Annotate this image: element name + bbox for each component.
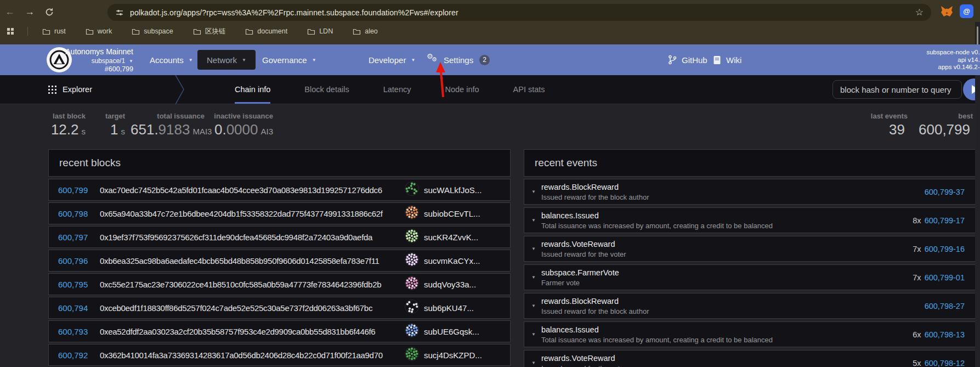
author-name-link[interactable]: subUE6Gqsk... (424, 327, 479, 336)
event-block-link[interactable]: 600,798-12 (925, 359, 965, 367)
event-block-link[interactable]: 600,799-16 (925, 245, 965, 253)
bookmark-item[interactable]: 区块链 (193, 27, 226, 36)
bookmark-item[interactable]: document (245, 27, 287, 36)
event-text: rewards.BlockRewardIssued reward for the… (541, 182, 649, 202)
browser-reload-icon[interactable] (39, 0, 59, 23)
tab-block-details[interactable]: Block details (304, 75, 349, 104)
bookmark-label: subspace (144, 27, 173, 35)
site-info-icon[interactable] (115, 8, 124, 17)
block-author: sub6pKU47... (405, 300, 474, 316)
address-bar[interactable]: polkadot.js.org/apps/?rpc=wss%3A%2F%2Frp… (107, 4, 931, 21)
tab-node-info[interactable]: Node info (445, 75, 479, 104)
bookmark-item[interactable]: aleo (353, 27, 378, 36)
browser-chrome: ← → polkadot.js.org/apps/?rpc=wss%3A%2F%… (0, 0, 980, 44)
menu-label: Network (207, 55, 237, 65)
author-name-link[interactable]: sucvmKaCYx... (424, 256, 480, 266)
block-number-link[interactable]: 600,797 (58, 233, 100, 242)
wiki-link[interactable]: Wiki (713, 44, 741, 75)
author-identicon (405, 347, 419, 363)
block-row: 600,7940xceb0edf1f18830ff86d5257f024c7ad… (48, 297, 511, 319)
sidebar-item-explorer[interactable]: Explorer (48, 85, 92, 94)
block-number-link[interactable]: 600,799 (58, 185, 100, 195)
author-name-link[interactable]: sucj4DsKZPD... (424, 351, 482, 360)
tab-list: Chain infoBlock detailsLatencyNode infoA… (235, 75, 545, 104)
block-author: sucWALkfJoS... (405, 182, 481, 198)
event-name: rewards.BlockReward (541, 296, 649, 306)
tab-api-stats[interactable]: API stats (513, 75, 545, 104)
tab-chain-info[interactable]: Chain info (235, 75, 270, 104)
event-expand-toggle-icon[interactable]: ▼ (531, 218, 536, 223)
block-author: sucj4DsKZPD... (405, 347, 482, 363)
event-block-link[interactable]: 600,798-27 (925, 302, 965, 310)
tab-latency[interactable]: Latency (383, 75, 411, 104)
event-block-link[interactable]: 600,799-37 (925, 188, 965, 196)
block-row: 600,7920x362b410014fa3a73369314283617a0d… (48, 344, 511, 366)
block-number-link[interactable]: 600,795 (58, 280, 100, 289)
browser-toolbar: ← → polkadot.js.org/apps/?rpc=wss%3A%2F%… (0, 0, 980, 23)
bookmark-item[interactable]: rust (42, 27, 66, 36)
event-block-link[interactable]: 600,799-17 (925, 216, 965, 225)
menu-item-network[interactable]: Network▼ (197, 44, 256, 75)
event-count: 5x (913, 359, 921, 367)
bookmark-label: 区块链 (205, 27, 226, 36)
event-expand-toggle-icon[interactable]: ▼ (531, 275, 536, 280)
event-expand-toggle-icon[interactable]: ▼ (531, 360, 536, 365)
block-row: 600,7950xc55e2175ac23e7306022ce41b8510c0… (48, 273, 511, 295)
block-number-link[interactable]: 600,796 (58, 256, 100, 266)
event-name: rewards.VoteReward (541, 239, 626, 249)
event-block-link[interactable]: 600,798-13 (925, 330, 965, 339)
event-expand-toggle-icon[interactable]: ▼ (531, 332, 536, 337)
block-number-link[interactable]: 600,792 (58, 351, 100, 360)
menu-item-accounts[interactable]: Accounts▼ (150, 44, 193, 75)
menu-item-governance[interactable]: Governance▼ (262, 44, 316, 75)
block-row: 600,7980x65a940a33b47c72e1b6dbee4204db1f… (48, 202, 511, 224)
event-count: 6x (913, 330, 921, 339)
author-name-link[interactable]: sucWALkfJoS... (424, 185, 481, 195)
event-name: balances.Issued (541, 211, 773, 221)
bookmark-star-icon[interactable]: ☆ (915, 7, 924, 18)
event-expand-toggle-icon[interactable]: ▼ (531, 246, 536, 251)
chain-spec[interactable]: subspace/1▼ (49, 58, 133, 64)
bookmark-item[interactable]: subspace (132, 27, 173, 36)
browser-extension-icon[interactable]: @ (960, 4, 973, 18)
menu-highlight[interactable]: Network▼ (197, 50, 256, 70)
event-description: Issued reward for the block author (541, 307, 649, 316)
block-query-input[interactable] (832, 80, 962, 99)
url-text: polkadot.js.org/apps/?rpc=wss%3A%2F%2Frp… (130, 8, 458, 17)
event-row: ▼balances.IssuedTotal issuance was incre… (524, 207, 976, 233)
event-count: 7x (913, 273, 921, 282)
event-block-link[interactable]: 600,799-01 (925, 273, 965, 282)
bookmark-item[interactable]: LDN (307, 27, 333, 36)
block-number-link[interactable]: 600,793 (58, 327, 100, 336)
browser-back-icon[interactable]: ← (0, 0, 20, 23)
menu-item-settings[interactable]: ⚙⚙Settings2 (427, 44, 490, 75)
author-name-link[interactable]: sucKR4ZvvK... (424, 233, 478, 242)
block-hash: 0x362b410014fa3a73369314283617a0d56db240… (100, 351, 383, 360)
block-row: 600,7970x19ef37f753f95692375626cf311de90… (48, 226, 511, 248)
version-line: apps v0.146.2-1 (926, 64, 980, 71)
block-hash: 0xea52dfdf2aa03023a2cf20b35b58757f953c4e… (100, 327, 375, 336)
block-hash: 0x19ef37f753f95692375626cf311de90dcfea45… (100, 233, 372, 242)
metamask-extension-icon[interactable] (940, 4, 953, 18)
browser-forward-icon[interactable]: → (20, 0, 39, 23)
author-name-link[interactable]: sub6pKU47... (424, 303, 474, 313)
menu-item-developer[interactable]: Developer▼ (369, 44, 415, 75)
event-link-group: 8x600,799-17 (913, 216, 965, 225)
bookmark-item[interactable]: work (86, 27, 112, 36)
event-text: rewards.VoteRewardIssued reward for the … (541, 353, 626, 367)
recent-blocks-panel: recent blocks 600,7990xac70edc7452b5c42a… (48, 149, 511, 367)
github-link[interactable]: GitHub (668, 44, 707, 75)
stat-label: target (72, 112, 125, 120)
author-name-link[interactable]: subiobCEvTL... (424, 209, 480, 218)
author-name-link[interactable]: sudqVoy33a... (424, 280, 476, 289)
event-expand-toggle-icon[interactable]: ▼ (531, 303, 536, 308)
author-identicon (405, 182, 419, 198)
apps-grid-icon[interactable] (7, 27, 14, 35)
event-row: ▼subspace.FarmerVoteFarmer vote7x600,799… (524, 264, 976, 290)
block-number-link[interactable]: 600,794 (58, 303, 100, 313)
chevron-down-icon: ▼ (312, 58, 316, 63)
event-expand-toggle-icon[interactable]: ▼ (531, 189, 536, 194)
event-row: ▼balances.IssuedTotal issuance was incre… (524, 321, 976, 347)
scrollbar-thumb[interactable] (977, 26, 978, 45)
block-number-link[interactable]: 600,798 (58, 209, 100, 218)
